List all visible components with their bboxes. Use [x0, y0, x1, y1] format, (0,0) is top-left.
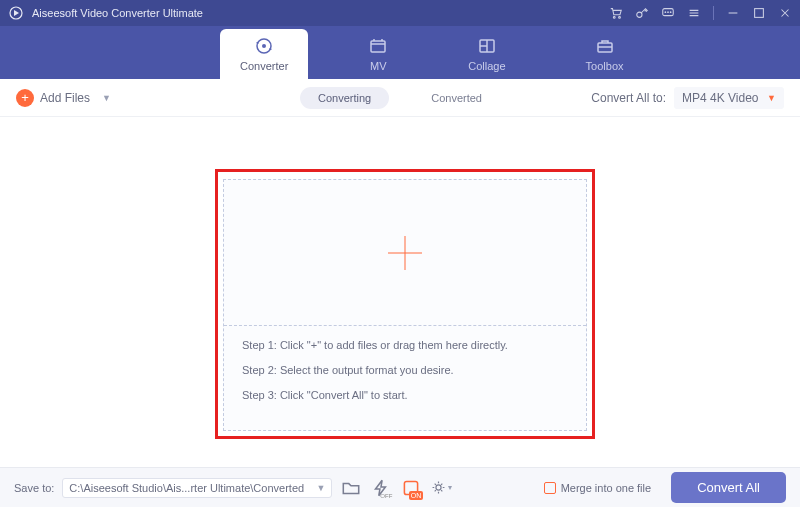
svg-point-1: [613, 17, 615, 19]
chevron-down-icon: ▼: [767, 93, 776, 103]
app-logo-icon: [8, 5, 24, 21]
dropzone-add-area[interactable]: [224, 180, 586, 325]
cart-icon[interactable]: [609, 6, 623, 20]
close-icon[interactable]: [778, 6, 792, 20]
tab-toolbox[interactable]: Toolbox: [566, 29, 644, 79]
settings-button[interactable]: ▾: [430, 477, 452, 499]
mv-icon: [368, 36, 388, 56]
instructions: Step 1: Click "+" to add files or drag t…: [224, 326, 586, 415]
step-text: Step 1: Click "+" to add files or drag t…: [242, 340, 568, 351]
format-select[interactable]: MP4 4K Video ▼: [674, 87, 784, 109]
tab-collage[interactable]: Collage: [448, 29, 525, 79]
menu-icon[interactable]: [687, 6, 701, 20]
save-path-select[interactable]: C:\Aiseesoft Studio\Ais...rter Ultimate\…: [62, 478, 332, 498]
tab-converter[interactable]: Converter: [220, 29, 308, 79]
big-plus-icon: [388, 236, 422, 270]
footer: Save to: C:\Aiseesoft Studio\Ais...rter …: [0, 467, 800, 507]
seg-converted[interactable]: Converted: [413, 87, 500, 109]
tab-mv[interactable]: MV: [348, 29, 408, 79]
open-folder-button[interactable]: [340, 477, 362, 499]
seg-converting[interactable]: Converting: [300, 87, 389, 109]
toolbar: + Add Files ▼ Converting Converted Conve…: [0, 79, 800, 117]
minimize-icon[interactable]: [726, 6, 740, 20]
merge-label: Merge into one file: [561, 482, 652, 494]
format-value: MP4 4K Video: [682, 91, 759, 105]
tab-label: Toolbox: [586, 60, 624, 72]
divider: [713, 6, 714, 20]
main-tabs: Converter MV Collage Toolbox: [0, 26, 800, 79]
merge-checkbox[interactable]: Merge into one file: [544, 482, 652, 494]
key-icon[interactable]: [635, 6, 649, 20]
tab-label: Collage: [468, 60, 505, 72]
plus-icon: +: [16, 89, 34, 107]
svg-point-7: [262, 44, 266, 48]
add-files-label: Add Files: [40, 91, 90, 105]
convert-all-to-label: Convert All to:: [591, 91, 666, 105]
tab-label: MV: [370, 60, 387, 72]
feedback-icon[interactable]: [661, 6, 675, 20]
save-to-label: Save to:: [14, 482, 54, 494]
on-badge: ON: [409, 491, 424, 500]
svg-rect-5: [755, 9, 764, 18]
toolbox-icon: [595, 36, 615, 56]
save-path-value: C:\Aiseesoft Studio\Ais...rter Ultimate\…: [69, 482, 304, 494]
add-files-button[interactable]: + Add Files ▼: [16, 89, 111, 107]
svg-point-12: [436, 485, 441, 490]
chevron-down-icon: ▼: [316, 483, 325, 493]
checkbox-icon: [544, 482, 556, 494]
convert-all-to: Convert All to: MP4 4K Video ▼: [591, 87, 784, 109]
chevron-down-icon: ▼: [102, 93, 111, 103]
status-segment: Converting Converted: [300, 87, 500, 109]
maximize-icon[interactable]: [752, 6, 766, 20]
step-text: Step 2: Select the output format you des…: [242, 365, 568, 376]
svg-point-2: [619, 17, 621, 19]
converter-icon: [254, 36, 274, 56]
convert-all-button[interactable]: Convert All: [671, 472, 786, 503]
high-speed-button[interactable]: ON: [400, 477, 422, 499]
titlebar: Aiseesoft Video Converter Ultimate: [0, 0, 800, 26]
dropzone[interactable]: Step 1: Click "+" to add files or drag t…: [223, 179, 587, 431]
collage-icon: [477, 36, 497, 56]
svg-rect-8: [371, 41, 385, 52]
tab-label: Converter: [240, 60, 288, 72]
hw-accel-button[interactable]: OFF: [370, 477, 392, 499]
app-title: Aiseesoft Video Converter Ultimate: [32, 7, 609, 19]
main-area: Step 1: Click "+" to add files or drag t…: [0, 117, 800, 467]
step-text: Step 3: Click "Convert All" to start.: [242, 390, 568, 401]
